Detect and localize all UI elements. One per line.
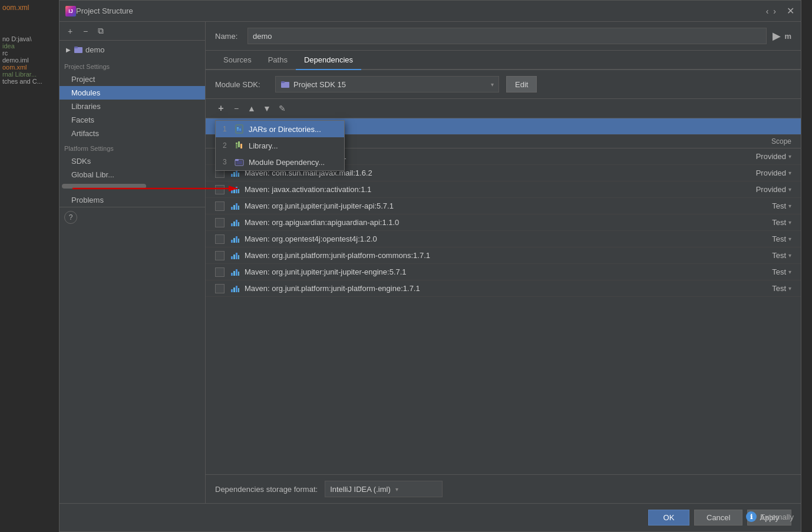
sdk-edit-button[interactable]: Edit	[506, 76, 537, 92]
dep-checkbox-6[interactable]	[215, 251, 225, 260]
storage-dropdown[interactable]: IntelliJ IDEA (.iml) ▾	[325, 481, 443, 497]
deps-remove-button[interactable]: −	[230, 103, 242, 114]
right-buttons: ▶ m	[773, 29, 791, 42]
sidebar-item-artifacts[interactable]: Artifacts	[60, 127, 205, 140]
externally-label: Externally	[760, 513, 794, 521]
svg-rect-37	[236, 220, 237, 226]
intellij-logo: IJ	[65, 6, 76, 16]
deps-add-button[interactable]: +	[215, 103, 227, 114]
add-library-label: Library...	[249, 141, 278, 150]
back-button[interactable]: ‹	[766, 6, 769, 16]
deps-toolbar: + − ▲ ▼ ✎ 1	[206, 99, 801, 118]
dep-maven-icon-3	[230, 201, 240, 211]
dep-scope-2[interactable]: Provided ▾	[721, 185, 791, 194]
dep-row: Maven: org.opentest4j:opentest4j:1.2.0 T…	[206, 231, 801, 247]
deps-table-body: Maven: javax:javaee-api:8.0.1 Provided ▾…	[206, 148, 801, 474]
svg-rect-32	[233, 205, 235, 210]
svg-rect-54	[238, 288, 239, 292]
dep-scope-7[interactable]: Test ▾	[721, 267, 791, 276]
dep-checkbox-5[interactable]	[215, 234, 225, 244]
svg-rect-27	[231, 190, 233, 193]
sidebar-item-global-libs[interactable]: Global Libr...	[60, 168, 205, 181]
svg-rect-25	[236, 170, 237, 177]
svg-rect-51	[231, 289, 233, 292]
sidebar-item-sdks[interactable]: SDKs	[60, 154, 205, 168]
tab-paths[interactable]: Paths	[260, 51, 296, 70]
m-button[interactable]: m	[784, 32, 791, 41]
dep-scope-3[interactable]: Test ▾	[721, 201, 791, 210]
editor-line5: demo.iml	[2, 57, 57, 64]
dep-name-4: Maven: org.apiguardian:apiguardian-api:1…	[245, 218, 721, 227]
dep-maven-icon-7	[230, 267, 240, 277]
svg-rect-43	[231, 256, 233, 259]
dep-row: Maven: javax.activation:activation:1.1 P…	[206, 181, 801, 198]
dep-scope-8[interactable]: Test ▾	[721, 284, 791, 293]
dep-checkbox-8[interactable]	[215, 284, 225, 293]
sdk-folder-icon	[280, 80, 290, 89]
dialog-title: Project Structure	[76, 6, 766, 15]
deps-down-button[interactable]: ▼	[261, 103, 273, 114]
dep-checkbox-7[interactable]	[215, 267, 225, 277]
dep-row: Maven: org.junit.platform:junit-platform…	[206, 247, 801, 264]
editor-left-strip: oom.xml no D:java\ idea rc demo.iml oom.…	[0, 0, 59, 532]
svg-rect-49	[236, 269, 237, 276]
add-module-dep-item[interactable]: 3 Module Dependency...	[216, 154, 344, 170]
dep-scope-1[interactable]: Provided ▾	[721, 168, 791, 177]
sidebar-item-libraries[interactable]: Libraries	[60, 100, 205, 113]
dep-maven-icon-8	[230, 284, 240, 293]
add-jars-item[interactable]: 1 JARs or Directories...	[216, 121, 344, 137]
svg-rect-9	[238, 141, 240, 147]
dep-scope-0[interactable]: Provided ▾	[721, 152, 791, 161]
name-input[interactable]	[247, 28, 767, 44]
sidebar-item-facets[interactable]: Facets	[60, 113, 205, 127]
dep-maven-icon-2	[230, 185, 240, 194]
deps-up-button[interactable]: ▲	[246, 103, 258, 114]
sidebar-item-problems[interactable]: Problems	[60, 193, 205, 207]
sdk-dropdown[interactable]: Project SDK 15 ▾	[275, 76, 499, 92]
add-module-dep-num: 3	[223, 158, 230, 166]
tab-dependencies[interactable]: Dependencies	[296, 51, 361, 70]
add-library-item[interactable]: 2 Library...	[216, 137, 344, 154]
sidebar-item-project[interactable]: Project	[60, 72, 205, 86]
svg-rect-1	[74, 47, 78, 48]
content-area: Name: ▶ m Sources Paths Dependencies	[206, 22, 801, 503]
sidebar-scrollbar-track	[62, 184, 203, 189]
dep-checkbox-3[interactable]	[215, 201, 225, 211]
play-button[interactable]: ▶	[773, 29, 781, 42]
dialog-footer: OK Cancel Apply	[60, 503, 801, 531]
dep-scope-4[interactable]: Test ▾	[721, 218, 791, 227]
sidebar-scrollbar-thumb[interactable]	[62, 184, 146, 189]
sidebar-item-artifacts-label: Artifacts	[71, 129, 99, 138]
dep-scope-6[interactable]: Test ▾	[721, 251, 791, 260]
dep-row: Maven: org.junit.jupiter:junit-jupiter-a…	[206, 198, 801, 214]
add-dropdown: 1 JARs or Directories... 2	[215, 120, 345, 171]
svg-rect-24	[233, 172, 235, 177]
tree-item-demo[interactable]: ▶ demo	[60, 43, 205, 56]
sidebar-item-modules[interactable]: Modules	[60, 86, 205, 100]
sidebar-copy-button[interactable]: ⧉	[95, 25, 107, 37]
dep-checkbox-4[interactable]	[215, 218, 225, 227]
svg-rect-39	[231, 240, 233, 243]
dep-scope-5[interactable]: Test ▾	[721, 234, 791, 243]
tab-sources[interactable]: Sources	[215, 51, 260, 70]
dep-row: Maven: org.junit.jupiter:junit-jupiter-e…	[206, 264, 801, 280]
externally-bar: ℹ Externally	[695, 502, 801, 531]
svg-rect-28	[233, 189, 235, 193]
sidebar-add-button[interactable]: +	[64, 25, 76, 37]
editor-line4: rc	[2, 49, 57, 57]
forward-button[interactable]: ›	[773, 6, 776, 16]
ok-button[interactable]: OK	[648, 510, 689, 526]
dep-checkbox-2[interactable]	[215, 185, 225, 194]
library-icon	[235, 141, 244, 150]
deps-edit-button[interactable]: ✎	[276, 103, 288, 114]
svg-rect-7	[237, 127, 239, 128]
svg-rect-42	[238, 239, 239, 243]
add-jars-num: 1	[223, 125, 230, 133]
sdk-row: Module SDK: Project SDK 15 ▾ Edit	[206, 70, 801, 99]
sidebar-item-modules-label: Modules	[71, 88, 100, 97]
sidebar-item-facets-label: Facets	[71, 115, 94, 124]
close-button[interactable]: ✕	[785, 6, 795, 16]
help-button[interactable]: ?	[64, 211, 77, 224]
dep-name-8: Maven: org.junit.platform:junit-platform…	[245, 284, 721, 293]
sidebar-remove-button[interactable]: −	[80, 25, 91, 37]
